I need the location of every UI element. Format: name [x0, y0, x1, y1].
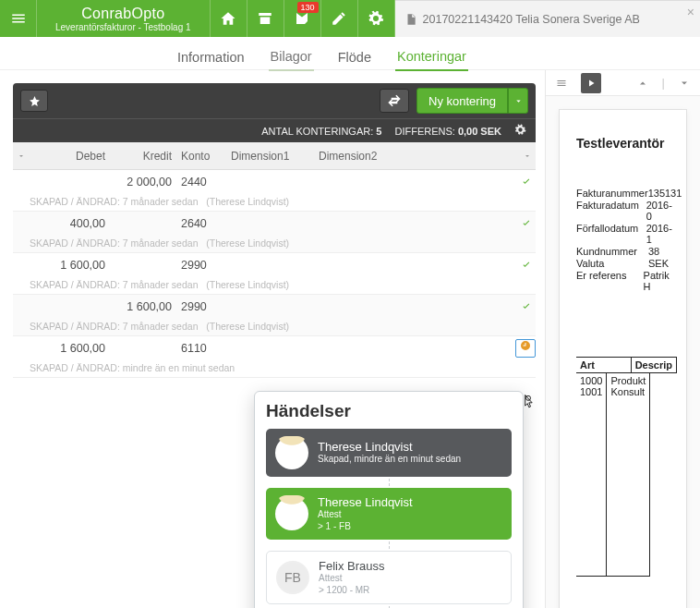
list-icon: [556, 78, 567, 89]
event-name: Therese Lindqvist: [318, 440, 461, 454]
tab-bilagor[interactable]: Bilagor: [269, 43, 314, 71]
row-meta: SKAPAD / ÄNDRAD: 7 månader sedan (Theres…: [13, 236, 536, 252]
toolbar-up-button[interactable]: [633, 73, 653, 93]
chevron-down-icon: [524, 152, 531, 160]
invoice-field: Er referens Patrik H: [576, 270, 677, 292]
field-label: Fakturanummer: [576, 188, 648, 199]
toolbar-down-button[interactable]: [674, 73, 694, 93]
toolbar-list-button[interactable]: [551, 73, 572, 93]
check-icon: [521, 260, 532, 271]
inbox-badge: 130: [297, 2, 319, 13]
cell-konto: 2640: [181, 217, 231, 230]
row-status-button[interactable]: [517, 301, 536, 312]
check-icon: [521, 301, 532, 312]
new-kontering-dropdown[interactable]: [508, 88, 528, 114]
item-col-art: 1000 1001: [576, 373, 607, 577]
row-status-button[interactable]: [517, 176, 536, 188]
event-item[interactable]: Therese Lindqvist Attest > 1 - FB: [266, 488, 512, 540]
field-label: Valuta: [576, 258, 648, 269]
header-debet[interactable]: Debet: [30, 150, 115, 163]
field-value: SEK: [648, 258, 669, 269]
table-row[interactable]: 1 600,00 2990 SKAPAD / ÄNDRAD: 7 månader…: [13, 295, 536, 336]
event-subtitle: > 1200 - MR: [319, 585, 385, 597]
chevron-down-icon: [18, 152, 25, 160]
event-connector: [389, 541, 390, 549]
header-left-dropdown[interactable]: [13, 152, 30, 160]
archive-button[interactable]: [247, 0, 284, 37]
field-label: Fakturadatum: [576, 200, 646, 222]
header-right-dropdown[interactable]: [519, 152, 536, 160]
cell-debet: 1 600,00: [30, 259, 115, 272]
avatar-initials: FB: [276, 561, 309, 594]
event-name: Felix Brauss: [319, 559, 385, 573]
event-connector: [389, 479, 390, 486]
table-row[interactable]: 1 600,00 6110 SKAPAD / ÄNDRAD: mindre än…: [13, 336, 536, 378]
event-item[interactable]: FB Felix Brauss Attest > 1200 - MR: [266, 551, 512, 604]
row-meta: SKAPAD / ÄNDRAD: 7 månader sedan (Theres…: [13, 194, 536, 211]
invoice-field: Fakturanummer 135131: [576, 188, 677, 199]
tab-flode[interactable]: Flöde: [336, 44, 373, 70]
swap-button[interactable]: [380, 89, 409, 113]
toolbar-play-button[interactable]: [581, 73, 601, 93]
favorite-button[interactable]: [20, 90, 48, 112]
invoice-field: Kundnummer 38: [576, 246, 677, 257]
invoice-field: Valuta SEK: [576, 258, 677, 269]
chevron-down-icon: [679, 78, 690, 89]
brand-block: ConrabOpto Leverantörsfakturor - Testbol…: [37, 0, 211, 37]
new-kontering-label[interactable]: Ny kontering: [416, 88, 508, 114]
close-tab-button[interactable]: ×: [687, 5, 694, 19]
field-value: 135131: [648, 188, 682, 199]
event-item[interactable]: Therese Lindqvist Skapad, mindre än en m…: [266, 429, 512, 477]
avatar: [275, 497, 308, 530]
row-status-button[interactable]: [515, 339, 536, 358]
avatar: [275, 436, 308, 469]
section-tabs: Information Bilagor Flöde Konteringar: [0, 37, 700, 70]
document-tab[interactable]: 20170221143420 Telia Sonera Sverige AB ×: [395, 0, 700, 37]
cell-debet: 1 600,00: [30, 342, 115, 355]
tab-information[interactable]: Information: [175, 44, 247, 70]
field-label: Kundnummer: [576, 246, 648, 257]
settings-button[interactable]: [358, 0, 395, 37]
row-meta: SKAPAD / ÄNDRAD: 7 månader sedan (Theres…: [13, 277, 536, 294]
cell-konto: 2990: [181, 300, 231, 313]
swap-icon: [387, 93, 402, 108]
cell-konto: 2990: [181, 259, 231, 272]
pencil-icon: [331, 10, 347, 27]
preview-toolbar: |: [546, 70, 700, 96]
inbox-button[interactable]: 130: [284, 0, 321, 37]
field-label: Förfallodatum: [576, 223, 646, 245]
cell-konto: 6110: [181, 342, 231, 355]
event-subtitle: Attest: [319, 573, 385, 585]
field-value: 2016-0: [646, 200, 677, 222]
field-value: 38: [648, 246, 659, 257]
chevron-up-icon: [637, 78, 648, 89]
header-dimension1[interactable]: Dimension1: [231, 150, 319, 163]
field-label: Er referens: [576, 270, 644, 292]
header-dimension2[interactable]: Dimension2: [319, 150, 397, 163]
row-status-button[interactable]: [517, 260, 536, 271]
event-subtitle: Skapad, mindre än en minut sedan: [318, 454, 461, 466]
play-icon: [585, 78, 597, 89]
header-kredit[interactable]: Kredit: [115, 150, 181, 163]
menu-button[interactable]: [0, 0, 37, 37]
document-page: Testleverantör Fakturanummer 135131 Fakt…: [559, 109, 687, 608]
row-meta: SKAPAD / ÄNDRAD: mindre än en minut seda…: [13, 360, 536, 377]
compose-button[interactable]: [321, 0, 358, 37]
new-kontering-button[interactable]: Ny kontering: [416, 88, 528, 114]
home-button[interactable]: [211, 0, 247, 37]
table-row[interactable]: 1 600,00 2990 SKAPAD / ÄNDRAD: 7 månader…: [13, 253, 536, 295]
invoice-field: Förfallodatum 2016-1: [576, 223, 677, 245]
summary-diff: DIFFERENS: 0,00 SEK: [394, 126, 501, 137]
table-row[interactable]: 400,00 2640 SKAPAD / ÄNDRAD: 7 månader s…: [13, 212, 536, 253]
header-konto[interactable]: Konto: [181, 150, 231, 163]
cell-konto: 2440: [181, 176, 231, 188]
star-icon: [29, 95, 41, 107]
tab-konteringar[interactable]: Konteringar: [395, 43, 468, 71]
row-status-button[interactable]: [517, 218, 536, 229]
app-topbar: ConrabOpto Leverantörsfakturor - Testbol…: [0, 0, 700, 37]
kontering-panel: Ny kontering ANTAL KONTERINGAR: 5 DIFFER…: [0, 70, 536, 378]
table-row[interactable]: 2 000,00 2440 SKAPAD / ÄNDRAD: 7 månader…: [13, 170, 536, 212]
panel-settings-button[interactable]: [514, 124, 526, 138]
cell-kredit: 2 000,00: [115, 176, 181, 188]
field-value: Patrik H: [644, 270, 677, 292]
